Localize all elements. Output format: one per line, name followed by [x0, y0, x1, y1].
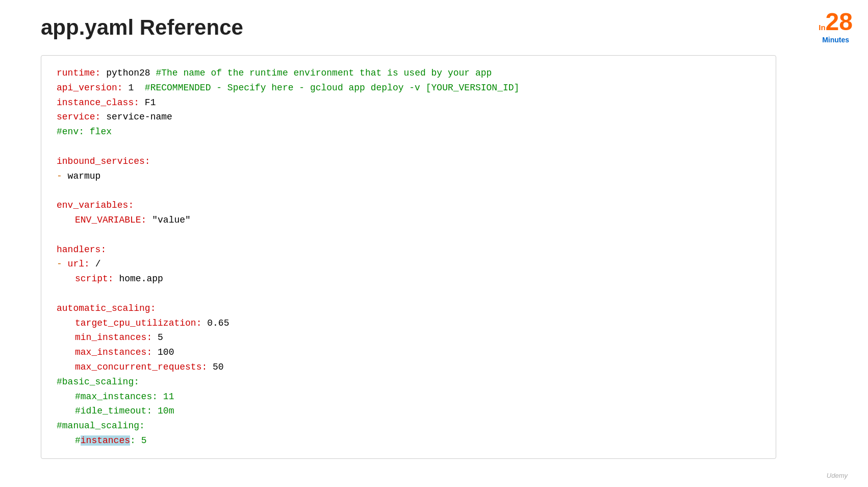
key-handlers: handlers: — [57, 245, 106, 255]
empty-line-2 — [57, 183, 760, 198]
key-inbound-services: inbound_services: — [57, 156, 150, 166]
code-line-10: handlers: — [57, 242, 760, 257]
code-line-2: api_version: 1 #RECOMMENDED - Specify he… — [57, 81, 760, 95]
page-title: app.yaml Reference — [41, 15, 853, 40]
empty-line-4 — [57, 286, 760, 301]
logo-in-text: In — [819, 23, 825, 32]
code-block: runtime: python28 #The name of the runti… — [41, 55, 776, 459]
code-line-12: script: home.app — [57, 272, 760, 286]
key-max-instances: max_instances: — [75, 347, 152, 357]
watermark: Udemy — [827, 472, 848, 479]
code-line-6: inbound_services: — [57, 154, 760, 169]
code-line-11: - url: / — [57, 257, 760, 272]
code-line-19: #max_instances: 11 — [57, 389, 760, 404]
page-container: In28 Minutes app.yaml Reference runtime:… — [0, 0, 868, 487]
code-line-1: runtime: python28 #The name of the runti… — [57, 66, 760, 81]
logo-container: In28 Minutes — [819, 8, 853, 44]
code-line-5: #env: flex — [57, 125, 760, 139]
code-line-7: - warmup — [57, 169, 760, 184]
key-script: script: — [75, 274, 114, 284]
code-line-16: max_instances: 100 — [57, 345, 760, 360]
code-line-21: #manual_scaling: — [57, 419, 760, 433]
code-line-9: ENV_VARIABLE: "value" — [57, 213, 760, 228]
key-env-variables: env_variables: — [57, 200, 134, 210]
key-env-variable: ENV_VARIABLE: — [75, 215, 146, 225]
code-line-4: service: service-name — [57, 110, 760, 125]
code-line-8: env_variables: — [57, 198, 760, 213]
key-api-version: api_version: — [57, 83, 123, 93]
code-line-20: #idle_timeout: 10m — [57, 404, 760, 419]
logo-minutes-text: Minutes — [819, 36, 853, 44]
key-target-cpu: target_cpu_utilization: — [75, 318, 201, 328]
key-service: service: — [57, 112, 100, 122]
key-instance-class: instance_class: — [57, 98, 139, 108]
code-line-22: #instances: 5 — [57, 433, 760, 448]
logo-in28: In28 — [819, 8, 853, 36]
code-line-17: max_concurrent_requests: 50 — [57, 360, 760, 375]
code-line-3: instance_class: F1 — [57, 95, 760, 110]
code-line-13: automatic_scaling: — [57, 301, 760, 316]
key-runtime: runtime: — [57, 68, 100, 78]
code-line-18: #basic_scaling: — [57, 375, 760, 389]
code-line-15: min_instances: 5 — [57, 330, 760, 345]
key-max-concurrent-requests: max_concurrent_requests: — [75, 362, 207, 372]
key-automatic-scaling: automatic_scaling: — [57, 303, 156, 313]
key-min-instances: min_instances: — [75, 332, 152, 343]
empty-line-1 — [57, 139, 760, 154]
logo-28-text: 28 — [826, 8, 853, 35]
code-line-14: target_cpu_utilization: 0.65 — [57, 316, 760, 331]
empty-line-3 — [57, 228, 760, 242]
highlighted-instances: instances — [81, 435, 130, 446]
